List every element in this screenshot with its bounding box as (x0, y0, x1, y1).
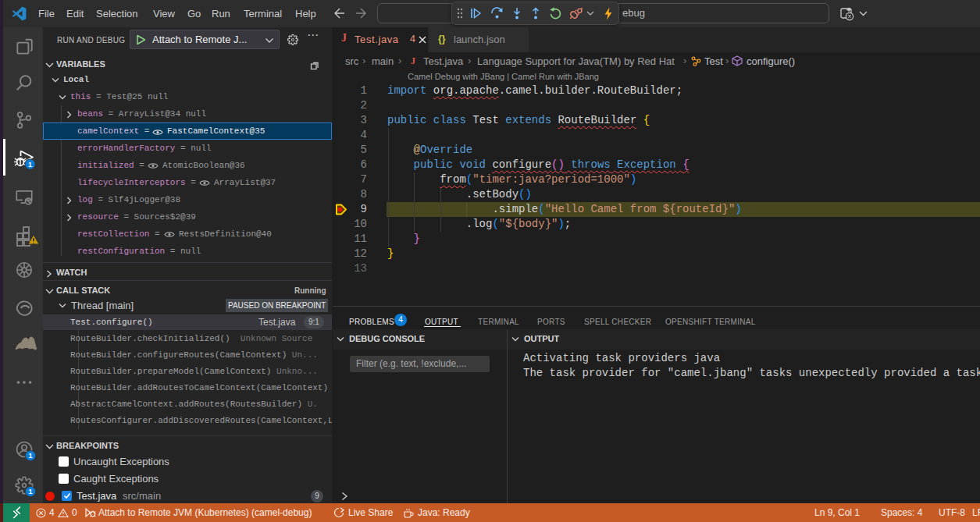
svg-text:1: 1 (28, 452, 32, 460)
svg-text:1: 1 (28, 161, 32, 169)
svg-text:1: 1 (28, 488, 32, 495)
